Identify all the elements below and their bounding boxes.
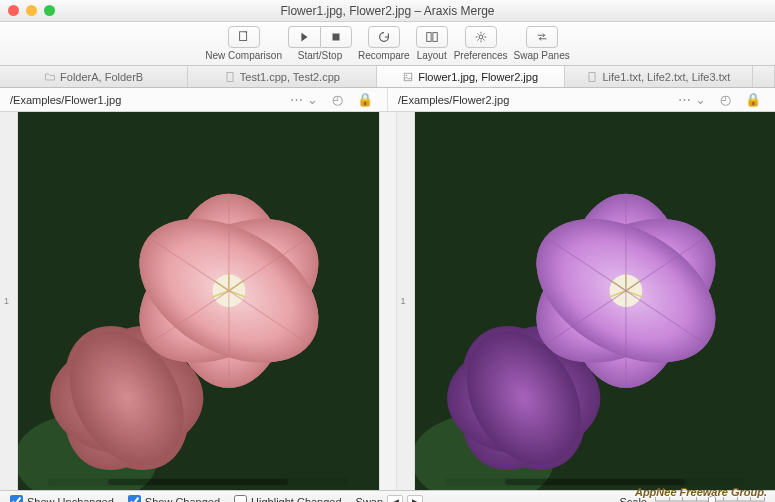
minimize-window-button[interactable] — [26, 5, 37, 16]
svg-rect-2 — [426, 33, 430, 42]
swap-icon — [535, 30, 549, 44]
right-clock-icon[interactable]: ◴ — [716, 92, 735, 107]
maximize-window-button[interactable] — [44, 5, 55, 16]
refresh-icon — [377, 30, 391, 44]
right-path-cell: /Examples/Flower2.jpg ⋯ ⌄ ◴ 🔒 — [388, 88, 775, 111]
chevron-down-icon — [763, 73, 764, 81]
gear-icon — [474, 30, 488, 44]
tab-label: Flower1.jpg, Flower2.jpg — [418, 71, 538, 83]
file-icon — [224, 71, 236, 83]
layout-label: Layout — [417, 50, 447, 61]
play-icon — [297, 30, 311, 44]
left-path-field[interactable]: /Examples/Flower1.jpg — [10, 94, 280, 106]
left-pane — [0, 112, 379, 490]
new-comparison-button[interactable] — [228, 26, 260, 48]
highlight-changed-label: Highlight Changed — [251, 496, 342, 503]
show-changed-label: Show Changed — [145, 496, 220, 503]
tab-label: FolderA, FolderB — [60, 71, 143, 83]
recompare-button[interactable] — [368, 26, 400, 48]
left-image — [18, 112, 379, 490]
left-lock-icon: 🔒 — [353, 92, 377, 107]
svg-rect-5 — [227, 72, 233, 81]
swap-panes-button[interactable] — [526, 26, 558, 48]
swap-label: Swap — [356, 496, 384, 503]
tab-overflow-button[interactable] — [753, 66, 775, 87]
path-bar: /Examples/Flower1.jpg ⋯ ⌄ ◴ 🔒 /Examples/… — [0, 88, 775, 112]
svg-rect-3 — [433, 33, 437, 42]
folder-icon — [44, 71, 56, 83]
highlight-changed-checkbox[interactable]: Highlight Changed — [234, 495, 342, 502]
swap-control: Swap ◀ ▶ — [356, 495, 424, 503]
recompare-label: Recompare — [358, 50, 410, 61]
close-window-button[interactable] — [8, 5, 19, 16]
swap-right-button[interactable]: ▶ — [407, 495, 423, 503]
left-clock-icon[interactable]: ◴ — [328, 92, 347, 107]
new-doc-icon — [237, 30, 251, 44]
tab-folders[interactable]: FolderA, FolderB — [0, 66, 188, 87]
swap-panes-label: Swap Panes — [514, 50, 570, 61]
right-horizontal-scrollbar[interactable] — [445, 478, 746, 486]
preferences-label: Preferences — [454, 50, 508, 61]
swap-left-button[interactable]: ◀ — [387, 495, 403, 503]
new-comparison-label: New Comparison — [205, 50, 282, 61]
right-ruler — [397, 112, 415, 490]
tab-label: Life1.txt, Life2.txt, Life3.txt — [602, 71, 730, 83]
tab-cpp[interactable]: Test1.cpp, Test2.cpp — [188, 66, 376, 87]
pane-divider[interactable] — [379, 112, 397, 490]
right-pane — [397, 112, 776, 490]
svg-rect-0 — [239, 32, 246, 41]
file-icon — [586, 71, 598, 83]
svg-point-4 — [479, 35, 483, 39]
right-image — [415, 112, 776, 490]
window-title: Flower1.jpg, Flower2.jpg – Araxis Merge — [0, 4, 775, 18]
right-path-menu-button[interactable]: ⋯ ⌄ — [674, 92, 710, 107]
left-path-menu-button[interactable]: ⋯ ⌄ — [286, 92, 322, 107]
stop-icon — [329, 30, 343, 44]
stop-button[interactable] — [320, 26, 352, 48]
left-ruler — [0, 112, 18, 490]
tab-images[interactable]: Flower1.jpg, Flower2.jpg — [377, 66, 565, 87]
svg-rect-8 — [589, 72, 595, 81]
layout-button[interactable] — [416, 26, 448, 48]
toolbar: New Comparison Start/Stop Recompare Layo… — [0, 22, 775, 66]
layout-icon — [425, 30, 439, 44]
titlebar: Flower1.jpg, Flower2.jpg – Araxis Merge — [0, 0, 775, 22]
left-horizontal-scrollbar[interactable] — [48, 478, 349, 486]
show-unchanged-checkbox[interactable]: Show Unchanged — [10, 495, 114, 502]
right-path-field[interactable]: /Examples/Flower2.jpg — [398, 94, 668, 106]
preferences-button[interactable] — [465, 26, 497, 48]
left-path-cell: /Examples/Flower1.jpg ⋯ ⌄ ◴ 🔒 — [0, 88, 388, 111]
window-controls — [8, 5, 55, 16]
svg-rect-6 — [404, 73, 412, 81]
image-file-icon — [402, 71, 414, 83]
show-changed-checkbox[interactable]: Show Changed — [128, 495, 220, 502]
watermark: AppNee Freeware Group. — [635, 486, 767, 498]
start-stop-label: Start/Stop — [298, 50, 342, 61]
right-lock-icon: 🔒 — [741, 92, 765, 107]
show-unchanged-label: Show Unchanged — [27, 496, 114, 503]
compare-area — [0, 112, 775, 490]
svg-point-7 — [406, 74, 408, 76]
tab-bar: FolderA, FolderB Test1.cpp, Test2.cpp Fl… — [0, 66, 775, 88]
right-image-viewport[interactable] — [415, 112, 776, 490]
tab-label: Test1.cpp, Test2.cpp — [240, 71, 340, 83]
svg-rect-1 — [332, 34, 339, 41]
start-button[interactable] — [288, 26, 320, 48]
left-image-viewport[interactable] — [18, 112, 379, 490]
tab-txt[interactable]: Life1.txt, Life2.txt, Life3.txt — [565, 66, 753, 87]
